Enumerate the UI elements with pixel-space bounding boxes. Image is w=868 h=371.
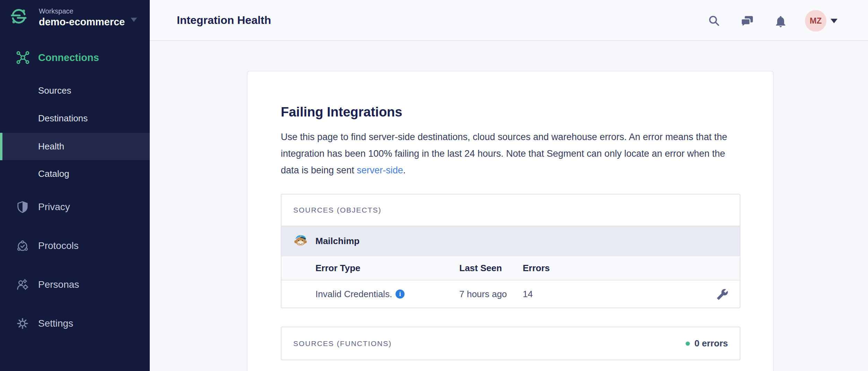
connections-icon — [16, 51, 30, 64]
protocols-icon — [16, 239, 29, 252]
workspace-label: Workspace — [39, 7, 73, 15]
table-caption: SOURCES (FUNCTIONS) — [293, 339, 392, 348]
search-icon[interactable] — [708, 15, 720, 27]
sidebar-item-label: Personas — [38, 279, 79, 290]
status-text: 0 errors — [694, 338, 728, 349]
sidebar-item-label: Destinations — [38, 113, 88, 124]
table-row: Invalid Credentials. 7 hours ago 14 — [281, 280, 740, 308]
sidebar-item-health[interactable]: Health — [0, 133, 150, 160]
sidebar-item-label: Settings — [38, 318, 73, 329]
info-icon[interactable] — [396, 290, 405, 299]
shield-icon — [16, 200, 29, 214]
mailchimp-logo-icon — [293, 233, 308, 249]
column-header-errors: Errors — [523, 263, 740, 274]
avatar[interactable]: MZ — [805, 10, 826, 32]
status-dot-icon — [686, 342, 690, 346]
table-caption: SOURCES (OBJECTS) — [281, 195, 740, 226]
last-seen-value: 7 hours ago — [459, 289, 523, 300]
source-row-mailchimp[interactable]: Mailchimp — [281, 226, 740, 256]
table-header-row: Error Type Last Seen Errors — [281, 256, 740, 280]
gear-icon — [16, 317, 29, 330]
sidebar-item-personas[interactable]: Personas — [0, 275, 150, 294]
sidebar-item-label: Protocols — [38, 240, 79, 251]
sidebar-item-privacy[interactable]: Privacy — [0, 197, 150, 217]
sidebar-item-protocols[interactable]: Protocols — [0, 236, 150, 256]
card-title: Failing Integrations — [281, 105, 740, 120]
sidebar-item-settings[interactable]: Settings — [0, 314, 150, 333]
workspace-name: demo-ecommerce — [39, 16, 125, 28]
error-type-cell: Invalid Credentials. — [315, 289, 459, 300]
server-side-link[interactable]: server-side — [357, 165, 403, 175]
sidebar-item-catalog[interactable]: Catalog — [0, 165, 150, 182]
page-title: Integration Health — [177, 14, 271, 27]
card-description: Use this page to find server-side destin… — [281, 129, 737, 179]
failing-integrations-card: Failing Integrations Use this page to fi… — [247, 71, 774, 371]
chat-icon[interactable] — [740, 15, 754, 28]
sidebar-item-sources[interactable]: Sources — [0, 82, 150, 99]
sidebar-item-label: Catalog — [38, 169, 69, 179]
column-header-error-type: Error Type — [315, 263, 459, 274]
bell-icon[interactable] — [774, 15, 788, 28]
avatar-initials: MZ — [810, 16, 822, 26]
column-header-last-seen: Last Seen — [459, 263, 523, 274]
sidebar-item-label: Privacy — [38, 201, 70, 213]
account-chevron-down-icon[interactable] — [831, 19, 837, 23]
status-badge: 0 errors — [686, 338, 728, 349]
sidebar: Workspace demo-ecommerce Connections Sou… — [0, 0, 150, 371]
workspace-switcher[interactable]: Workspace demo-ecommerce — [0, 0, 150, 39]
error-type-value: Invalid Credentials. — [315, 289, 392, 300]
wrench-icon[interactable] — [717, 288, 728, 300]
chevron-down-icon — [131, 18, 137, 22]
functions-header-row[interactable]: SOURCES (FUNCTIONS) 0 errors — [281, 327, 740, 360]
sources-functions-table: SOURCES (FUNCTIONS) 0 errors — [281, 327, 740, 360]
sidebar-item-connections[interactable]: Connections — [0, 49, 150, 67]
description-period: . — [403, 165, 406, 175]
sidebar-item-label: Sources — [38, 85, 71, 96]
personas-icon — [16, 278, 29, 291]
description-text: Use this page to find server-side destin… — [281, 132, 727, 175]
source-name: Mailchimp — [315, 236, 359, 247]
sidebar-item-label: Connections — [38, 52, 99, 63]
top-bar: Integration Health MZ — [150, 0, 868, 41]
sidebar-item-destinations[interactable]: Destinations — [0, 110, 150, 127]
sources-objects-table: SOURCES (OBJECTS) Mailchimp — [281, 194, 740, 308]
sidebar-item-label: Health — [38, 141, 64, 152]
errors-value: 14 — [523, 289, 740, 300]
segment-logo-icon — [10, 8, 27, 26]
